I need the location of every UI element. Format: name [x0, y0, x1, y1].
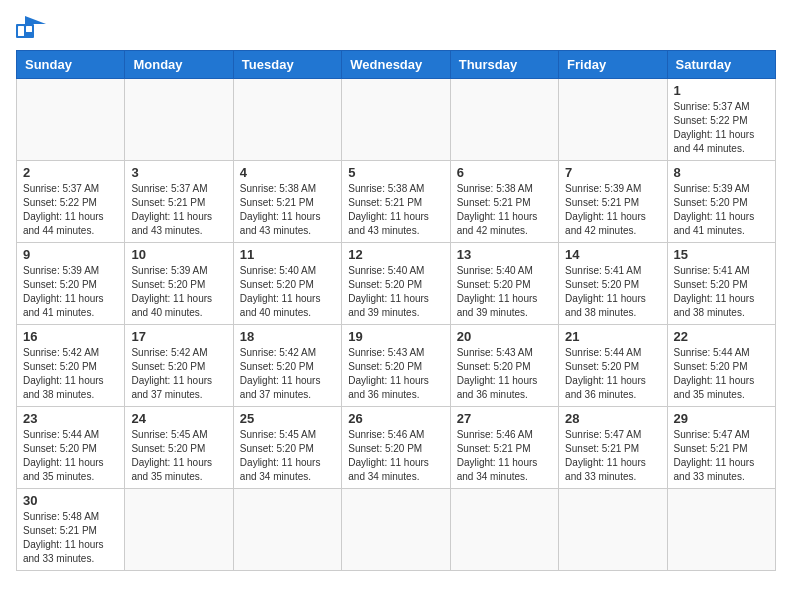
day-number: 15: [674, 247, 769, 262]
day-number: 14: [565, 247, 660, 262]
calendar-cell: 15Sunrise: 5:41 AM Sunset: 5:20 PM Dayli…: [667, 243, 775, 325]
day-info: Sunrise: 5:41 AM Sunset: 5:20 PM Dayligh…: [674, 264, 769, 320]
logo: [16, 16, 50, 38]
calendar-cell: 21Sunrise: 5:44 AM Sunset: 5:20 PM Dayli…: [559, 325, 667, 407]
day-number: 29: [674, 411, 769, 426]
calendar-cell: [342, 79, 450, 161]
day-info: Sunrise: 5:46 AM Sunset: 5:21 PM Dayligh…: [457, 428, 552, 484]
calendar-cell: 8Sunrise: 5:39 AM Sunset: 5:20 PM Daylig…: [667, 161, 775, 243]
day-info: Sunrise: 5:37 AM Sunset: 5:22 PM Dayligh…: [23, 182, 118, 238]
day-info: Sunrise: 5:40 AM Sunset: 5:20 PM Dayligh…: [457, 264, 552, 320]
calendar-day-header: Sunday: [17, 51, 125, 79]
day-number: 4: [240, 165, 335, 180]
calendar-cell: 3Sunrise: 5:37 AM Sunset: 5:21 PM Daylig…: [125, 161, 233, 243]
day-info: Sunrise: 5:41 AM Sunset: 5:20 PM Dayligh…: [565, 264, 660, 320]
calendar-cell: 6Sunrise: 5:38 AM Sunset: 5:21 PM Daylig…: [450, 161, 558, 243]
calendar-cell: [125, 489, 233, 571]
calendar-cell: 13Sunrise: 5:40 AM Sunset: 5:20 PM Dayli…: [450, 243, 558, 325]
calendar-cell: 26Sunrise: 5:46 AM Sunset: 5:20 PM Dayli…: [342, 407, 450, 489]
day-info: Sunrise: 5:46 AM Sunset: 5:20 PM Dayligh…: [348, 428, 443, 484]
page-header: [16, 16, 776, 38]
day-number: 13: [457, 247, 552, 262]
day-number: 9: [23, 247, 118, 262]
calendar-day-header: Thursday: [450, 51, 558, 79]
day-info: Sunrise: 5:47 AM Sunset: 5:21 PM Dayligh…: [674, 428, 769, 484]
calendar-cell: [233, 489, 341, 571]
day-info: Sunrise: 5:45 AM Sunset: 5:20 PM Dayligh…: [240, 428, 335, 484]
calendar-cell: 25Sunrise: 5:45 AM Sunset: 5:20 PM Dayli…: [233, 407, 341, 489]
day-info: Sunrise: 5:44 AM Sunset: 5:20 PM Dayligh…: [23, 428, 118, 484]
logo-icon: [16, 16, 46, 38]
calendar-cell: 17Sunrise: 5:42 AM Sunset: 5:20 PM Dayli…: [125, 325, 233, 407]
calendar-cell: 23Sunrise: 5:44 AM Sunset: 5:20 PM Dayli…: [17, 407, 125, 489]
day-number: 23: [23, 411, 118, 426]
calendar-cell: 9Sunrise: 5:39 AM Sunset: 5:20 PM Daylig…: [17, 243, 125, 325]
day-info: Sunrise: 5:39 AM Sunset: 5:20 PM Dayligh…: [674, 182, 769, 238]
calendar-cell: [17, 79, 125, 161]
day-number: 1: [674, 83, 769, 98]
day-number: 21: [565, 329, 660, 344]
day-number: 10: [131, 247, 226, 262]
day-number: 19: [348, 329, 443, 344]
calendar-cell: 10Sunrise: 5:39 AM Sunset: 5:20 PM Dayli…: [125, 243, 233, 325]
day-info: Sunrise: 5:42 AM Sunset: 5:20 PM Dayligh…: [23, 346, 118, 402]
calendar-cell: 22Sunrise: 5:44 AM Sunset: 5:20 PM Dayli…: [667, 325, 775, 407]
day-number: 3: [131, 165, 226, 180]
day-info: Sunrise: 5:44 AM Sunset: 5:20 PM Dayligh…: [674, 346, 769, 402]
calendar-cell: 16Sunrise: 5:42 AM Sunset: 5:20 PM Dayli…: [17, 325, 125, 407]
calendar-day-header: Friday: [559, 51, 667, 79]
calendar-cell: 27Sunrise: 5:46 AM Sunset: 5:21 PM Dayli…: [450, 407, 558, 489]
svg-rect-2: [18, 26, 24, 36]
day-number: 16: [23, 329, 118, 344]
calendar-day-header: Monday: [125, 51, 233, 79]
calendar-cell: 28Sunrise: 5:47 AM Sunset: 5:21 PM Dayli…: [559, 407, 667, 489]
calendar-cell: [559, 489, 667, 571]
day-info: Sunrise: 5:38 AM Sunset: 5:21 PM Dayligh…: [240, 182, 335, 238]
day-info: Sunrise: 5:39 AM Sunset: 5:20 PM Dayligh…: [131, 264, 226, 320]
calendar-cell: [559, 79, 667, 161]
calendar-cell: 4Sunrise: 5:38 AM Sunset: 5:21 PM Daylig…: [233, 161, 341, 243]
day-info: Sunrise: 5:42 AM Sunset: 5:20 PM Dayligh…: [131, 346, 226, 402]
day-number: 7: [565, 165, 660, 180]
day-info: Sunrise: 5:48 AM Sunset: 5:21 PM Dayligh…: [23, 510, 118, 566]
day-number: 28: [565, 411, 660, 426]
day-number: 30: [23, 493, 118, 508]
calendar-cell: 20Sunrise: 5:43 AM Sunset: 5:20 PM Dayli…: [450, 325, 558, 407]
calendar-cell: 30Sunrise: 5:48 AM Sunset: 5:21 PM Dayli…: [17, 489, 125, 571]
day-info: Sunrise: 5:37 AM Sunset: 5:21 PM Dayligh…: [131, 182, 226, 238]
day-number: 6: [457, 165, 552, 180]
day-number: 20: [457, 329, 552, 344]
day-info: Sunrise: 5:39 AM Sunset: 5:21 PM Dayligh…: [565, 182, 660, 238]
day-info: Sunrise: 5:43 AM Sunset: 5:20 PM Dayligh…: [457, 346, 552, 402]
calendar-cell: 2Sunrise: 5:37 AM Sunset: 5:22 PM Daylig…: [17, 161, 125, 243]
calendar-cell: 5Sunrise: 5:38 AM Sunset: 5:21 PM Daylig…: [342, 161, 450, 243]
day-info: Sunrise: 5:42 AM Sunset: 5:20 PM Dayligh…: [240, 346, 335, 402]
calendar-cell: 1Sunrise: 5:37 AM Sunset: 5:22 PM Daylig…: [667, 79, 775, 161]
calendar-day-header: Saturday: [667, 51, 775, 79]
day-number: 26: [348, 411, 443, 426]
svg-rect-3: [26, 26, 32, 32]
calendar-cell: 19Sunrise: 5:43 AM Sunset: 5:20 PM Dayli…: [342, 325, 450, 407]
calendar-cell: 14Sunrise: 5:41 AM Sunset: 5:20 PM Dayli…: [559, 243, 667, 325]
calendar-day-header: Wednesday: [342, 51, 450, 79]
calendar-cell: 12Sunrise: 5:40 AM Sunset: 5:20 PM Dayli…: [342, 243, 450, 325]
day-number: 18: [240, 329, 335, 344]
day-number: 2: [23, 165, 118, 180]
day-info: Sunrise: 5:45 AM Sunset: 5:20 PM Dayligh…: [131, 428, 226, 484]
calendar-cell: [450, 489, 558, 571]
svg-marker-1: [25, 16, 46, 24]
day-info: Sunrise: 5:38 AM Sunset: 5:21 PM Dayligh…: [348, 182, 443, 238]
calendar-cell: 29Sunrise: 5:47 AM Sunset: 5:21 PM Dayli…: [667, 407, 775, 489]
calendar-cell: [342, 489, 450, 571]
calendar-cell: [233, 79, 341, 161]
calendar-cell: 11Sunrise: 5:40 AM Sunset: 5:20 PM Dayli…: [233, 243, 341, 325]
day-info: Sunrise: 5:43 AM Sunset: 5:20 PM Dayligh…: [348, 346, 443, 402]
day-info: Sunrise: 5:47 AM Sunset: 5:21 PM Dayligh…: [565, 428, 660, 484]
day-number: 12: [348, 247, 443, 262]
calendar-cell: 24Sunrise: 5:45 AM Sunset: 5:20 PM Dayli…: [125, 407, 233, 489]
day-number: 25: [240, 411, 335, 426]
calendar-cell: [450, 79, 558, 161]
day-number: 27: [457, 411, 552, 426]
day-info: Sunrise: 5:37 AM Sunset: 5:22 PM Dayligh…: [674, 100, 769, 156]
calendar-day-header: Tuesday: [233, 51, 341, 79]
